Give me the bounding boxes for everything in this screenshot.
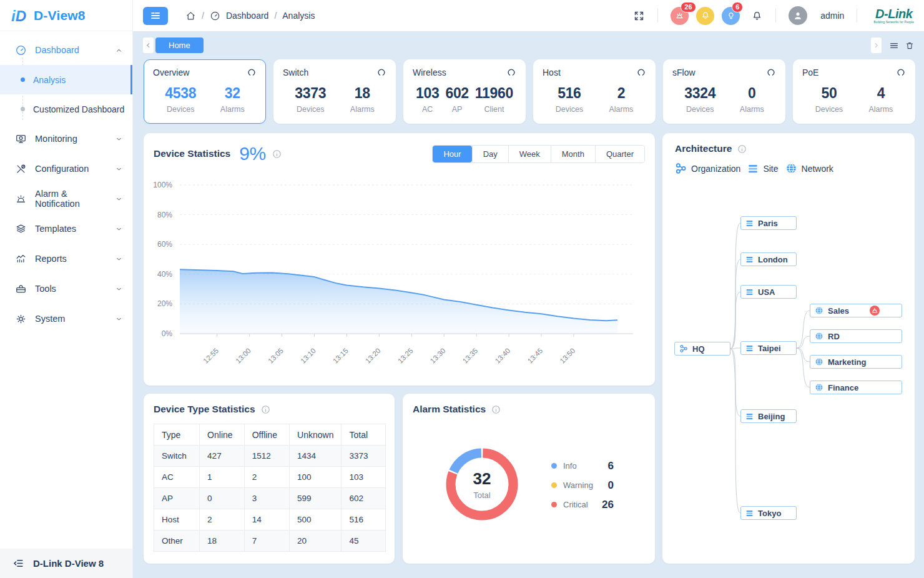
tree-node-usa[interactable]: USA: [740, 285, 797, 299]
cell-online[interactable]: 2: [200, 509, 245, 531]
sidebar-item-alarm-notification[interactable]: Alarm & Notification: [0, 184, 132, 214]
cell-online[interactable]: 427: [200, 446, 245, 467]
time-tab-quarter[interactable]: Quarter: [595, 146, 644, 162]
user-avatar[interactable]: [789, 6, 807, 25]
device-type-table: TypeOnlineOfflineUnknownTotal Switch4271…: [154, 424, 386, 552]
close-tabs-trash-icon[interactable]: [905, 41, 915, 51]
sidebar-item-label: Customized Dashboard: [33, 104, 124, 114]
legend-item-info[interactable]: Info 6: [551, 456, 614, 476]
sidebar-item-templates[interactable]: Templates: [0, 214, 132, 244]
cell-unknown[interactable]: 500: [290, 509, 342, 531]
stat-card-host[interactable]: Host 516 Devices 2 Alarms: [533, 59, 656, 124]
cell-offline[interactable]: 2: [244, 467, 289, 488]
sidebar-item-monitoring[interactable]: Monitoring: [0, 124, 132, 154]
tree-node-taipei[interactable]: Taipei: [740, 341, 797, 355]
refresh-icon[interactable]: [896, 67, 906, 77]
column-header-type: Type: [154, 424, 200, 446]
sidebar-footer[interactable]: D-Link D-View 8: [0, 549, 132, 578]
stat-card-overview[interactable]: Overview 4538 Devices 32 Alarms: [144, 59, 266, 124]
home-icon[interactable]: [185, 11, 196, 21]
metric-alarms: 18 Alarms: [350, 85, 375, 114]
metric-ac: 103 AC: [416, 85, 439, 114]
svg-text:13:05: 13:05: [267, 347, 285, 365]
cell-unknown[interactable]: 599: [290, 488, 342, 509]
stat-card-sflow[interactable]: sFlow 3324 Devices 0 Alarms: [663, 59, 785, 124]
stat-card-switch[interactable]: Switch 3373 Devices 18 Alarms: [273, 59, 396, 124]
sidebar-item-dashboard[interactable]: Dashboard: [0, 35, 132, 65]
legend-item-critical[interactable]: Critical 26: [551, 495, 614, 514]
refresh-icon[interactable]: [376, 67, 386, 77]
cell-offline[interactable]: 1512: [244, 446, 289, 467]
time-tab-day[interactable]: Day: [472, 146, 508, 162]
info-icon[interactable]: [491, 405, 501, 414]
metric-alarms: 0 Alarms: [740, 85, 764, 114]
tree-node-label: RD: [828, 332, 840, 341]
critical-alarms-button[interactable]: 26: [671, 7, 689, 25]
tree-node-beijing[interactable]: Beijing: [740, 409, 797, 423]
sidebar-toggle-button[interactable]: [143, 7, 168, 25]
top-header: / Dashboard / Analysis 26: [133, 0, 924, 31]
time-tab-month[interactable]: Month: [551, 146, 595, 162]
svg-text:80%: 80%: [157, 211, 172, 219]
sidebar-item-customized-dashboard[interactable]: Customized Dashboard: [0, 94, 132, 124]
sidebar-item-system[interactable]: System: [0, 304, 132, 334]
tree-node-label: Beijing: [758, 412, 785, 421]
refresh-icon[interactable]: [636, 67, 646, 77]
username-label[interactable]: admin: [820, 11, 844, 21]
refresh-icon[interactable]: [247, 67, 257, 77]
cell-unknown[interactable]: 1434: [290, 446, 342, 467]
collapse-sidebar-icon[interactable]: [12, 557, 24, 569]
alarm-badge-icon[interactable]: [870, 306, 880, 316]
stat-card-wireless[interactable]: Wireless 103 AC 602 AP 11960 Client: [403, 59, 526, 124]
info-icon[interactable]: [272, 149, 282, 159]
organization-icon: [679, 344, 688, 353]
tree-node-label: USA: [758, 287, 775, 297]
sidebar-item-tools[interactable]: Tools: [0, 274, 132, 304]
fullscreen-icon[interactable]: [633, 10, 645, 22]
refresh-icon[interactable]: [506, 67, 516, 77]
tabs-scroll-left-button[interactable]: [143, 37, 154, 53]
tree-node-finance[interactable]: Finance: [810, 381, 902, 394]
info-alarms-button[interactable]: 6: [722, 7, 740, 25]
tree-node-marketing[interactable]: Marketing: [810, 355, 902, 369]
tree-node-hq[interactable]: HQ: [674, 342, 730, 356]
cell-offline[interactable]: 7: [244, 531, 289, 552]
site-icon: [745, 219, 754, 227]
tree-node-sales[interactable]: Sales: [810, 304, 902, 317]
tree-node-rd[interactable]: RD: [810, 329, 902, 343]
cell-online: 0: [200, 488, 245, 509]
sidebar-item-reports[interactable]: Reports: [0, 244, 132, 274]
tabs-scroll-right-button[interactable]: [871, 37, 882, 53]
sidebar-item-label: Configuration: [35, 164, 106, 174]
stat-card-poe[interactable]: PoE 50 Devices 4 Alarms: [793, 59, 915, 124]
sidebar-item-analysis[interactable]: Analysis: [0, 65, 132, 94]
cell-online[interactable]: 18: [200, 531, 245, 552]
templates-icon: [15, 223, 27, 235]
refresh-icon[interactable]: [766, 67, 776, 77]
tree-node-paris[interactable]: Paris: [740, 216, 797, 230]
legend-dot: [551, 482, 557, 488]
warning-alarms-button[interactable]: [696, 7, 714, 25]
tree-node-tokyo[interactable]: Tokyo: [740, 506, 797, 520]
configuration-icon: [15, 163, 27, 175]
cell-offline[interactable]: 3: [244, 488, 289, 509]
tree-node-london[interactable]: London: [740, 252, 797, 266]
cell-online[interactable]: 1: [200, 467, 245, 488]
cell-unknown[interactable]: 100: [290, 467, 342, 488]
legend-item-warning[interactable]: Warning 0: [551, 476, 614, 495]
tab-home[interactable]: Home: [155, 37, 204, 53]
cell-unknown[interactable]: 20: [290, 531, 342, 552]
sidebar-item-label: System: [35, 314, 106, 324]
cell-offline[interactable]: 14: [244, 509, 289, 531]
tab-menu-icon[interactable]: [889, 41, 899, 51]
time-tab-hour[interactable]: Hour: [433, 146, 471, 162]
sidebar-item-label: Monitoring: [35, 134, 106, 144]
time-tab-week[interactable]: Week: [508, 146, 551, 162]
tree-node-label: Marketing: [828, 357, 866, 367]
breadcrumb-section[interactable]: Dashboard: [226, 11, 269, 21]
info-icon[interactable]: [261, 405, 270, 414]
legend-label: Info: [563, 461, 608, 471]
tree-node-label: Taipei: [758, 344, 781, 353]
notification-bell-icon[interactable]: [751, 10, 763, 22]
sidebar-item-configuration[interactable]: Configuration: [0, 154, 132, 184]
